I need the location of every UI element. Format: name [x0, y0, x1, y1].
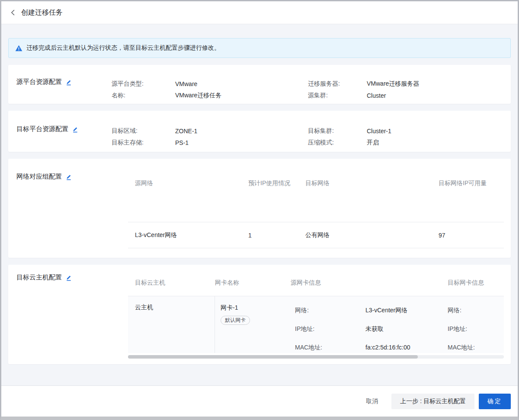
field: 压缩模式: 开启 [308, 137, 504, 148]
source-nic-info-cell: 网络: L3-vCenter网络 IP地址: 未获取 MAC地址: fa:c2:… [295, 296, 448, 353]
field: 目标主存储: PS-1 [112, 137, 308, 148]
chevron-left-icon [11, 10, 15, 16]
field-value: VMware迁移任务 [175, 92, 221, 99]
field-value: Cluster-1 [367, 128, 391, 135]
field-value: VMware [175, 80, 197, 87]
nic-info-label: IP地址: [295, 324, 365, 333]
section-target-vm: 目标云主机配置 目标云主机 网卡名称 源网卡信息 目标网卡信息 [8, 265, 511, 364]
section-title: 目标云主机配置 [16, 273, 62, 282]
nic-name: 网卡-1 [221, 304, 295, 312]
edit-target-platform-button[interactable] [72, 126, 78, 133]
info-alert: 迁移完成后云主机默认为运行状态，请至目标云主机配置步骤进行修改。 [8, 38, 511, 58]
column-header: 目标网络 [305, 170, 439, 196]
create-migration-task-window: 创建迁移任务 迁移完成后云主机默认为运行状态，请至目标云主机配置步骤进行修改。 … [0, 0, 519, 420]
field: 名称: VMware迁移任务 [112, 90, 308, 101]
field-label: 目标区域: [112, 127, 175, 135]
source-platform-fields: 源平台类型: VMware 名称: VMware迁移任务 迁移服务器: VMwa… [112, 78, 504, 104]
nic-info-value: 未获取 [365, 324, 384, 333]
default-nic-badge: 默认网卡 [221, 316, 250, 325]
table-header-row: 源网络 预计IP使用情况 目标网络 目标网络IP可用量 [128, 159, 504, 222]
alert-text: 迁移完成后云主机默认为运行状态，请至目标云主机配置步骤进行修改。 [26, 44, 220, 52]
edit-pencil-icon [65, 79, 71, 86]
section-source-platform: 源平台资源配置 源平台类型: VMware 名称: VMware迁移任务 [8, 65, 511, 104]
field-value: 开启 [367, 139, 379, 147]
table-row: 云主机 网卡-1 默认网卡 网络: L3-vCenter网络 IP地址: [128, 296, 504, 353]
back-button[interactable] [8, 8, 17, 17]
table-row: L3-vCenter网络 1 公有网络 97 [128, 222, 504, 248]
column-header: 目标网卡信息 [448, 279, 504, 287]
field-label: 迁移服务器: [308, 80, 367, 88]
column-header: 预计IP使用情况 [248, 170, 305, 196]
column-header: 目标云主机 [128, 279, 215, 287]
field: 源平台类型: VMware [112, 78, 308, 90]
nic-info-line: MAC地址: fa:c2:5d:16:fc:00 [295, 343, 448, 352]
nic-info-line: 网络: [448, 306, 504, 314]
target-platform-fields: 目标区域: ZONE-1 目标主存储: PS-1 目标集群: Cluster-1… [112, 125, 504, 152]
field: 源集群: Cluster [308, 90, 504, 101]
field-label: 目标主存储: [112, 139, 175, 147]
edit-pencil-icon [65, 173, 71, 180]
column-header: 源网络 [128, 170, 248, 196]
source-network-cell: L3-vCenter网络 [128, 231, 248, 239]
vm-name-cell: 云主机 [128, 296, 215, 353]
nic-info-label: 网络: [295, 306, 365, 314]
network-mapping-table: 源网络 预计IP使用情况 目标网络 目标网络IP可用量 L3-vCenter网络… [128, 159, 504, 258]
content-area: 迁移完成后云主机默认为运行状态，请至目标云主机配置步骤进行修改。 源平台资源配置… [1, 24, 518, 385]
horizontal-scrollbar-track [128, 355, 504, 359]
field: 目标区域: ZONE-1 [112, 125, 308, 137]
confirm-button[interactable]: 确定 [479, 394, 511, 409]
field: 迁移服务器: VMware迁移服务器 [308, 78, 504, 90]
section-target-platform: 目标平台资源配置 目标区域: ZONE-1 目标主存储: PS-1 [8, 111, 511, 152]
nic-info-line: 网络: L3-vCenter网络 [295, 306, 448, 314]
warning-triangle-icon [15, 45, 22, 51]
column-header: 目标网络IP可用量 [439, 170, 504, 196]
target-nic-info-cell: 网络: IP地址: MAC地址: [448, 296, 504, 353]
estimated-ip-usage-cell: 1 [248, 232, 305, 239]
nic-info-line: IP地址: [448, 324, 504, 333]
nic-info-label: IP地址: [448, 324, 504, 333]
nic-name-cell: 网卡-1 默认网卡 [215, 296, 295, 353]
table-header-row: 目标云主机 网卡名称 源网卡信息 目标网卡信息 [128, 265, 504, 296]
section-title: 目标平台资源配置 [16, 125, 68, 133]
field-value: VMware迁移服务器 [367, 80, 419, 88]
section-title: 源平台资源配置 [16, 78, 62, 86]
nic-info-line: IP地址: 未获取 [295, 324, 448, 333]
field-value: Cluster [367, 92, 386, 99]
edit-network-mapping-button[interactable] [65, 173, 71, 180]
field-label: 源平台类型: [112, 80, 175, 88]
nic-info-line: MAC地址: [448, 343, 504, 352]
field-value: ZONE-1 [175, 128, 197, 135]
field-label: 名称: [112, 92, 175, 99]
nic-info-value: fa:c2:5d:16:fc:00 [365, 343, 410, 352]
nic-info-label: MAC地址: [295, 343, 365, 352]
field-value: PS-1 [175, 139, 189, 146]
horizontal-scrollbar-thumb[interactable] [128, 355, 418, 359]
nic-info-label: MAC地址: [448, 343, 504, 352]
nic-table-scroll-viewport: 云主机 网卡-1 默认网卡 网络: L3-vCenter网络 IP地址: [128, 296, 504, 353]
section-network-mapping: 网络对应组配置 源网络 预计IP使用情况 目标网络 目标网络IP可用量 L3-v… [8, 159, 511, 258]
available-ip-cell: 97 [439, 232, 504, 239]
target-network-cell: 公有网络 [305, 231, 439, 239]
field: 目标集群: Cluster-1 [308, 125, 504, 137]
field-label: 源集群: [308, 92, 367, 99]
nic-info-value: L3-vCenter网络 [365, 306, 407, 314]
section-title: 网络对应组配置 [16, 173, 62, 181]
footer-action-bar: 取消 上一步 : 目标云主机配置 确定 [1, 385, 518, 417]
page-title: 创建迁移任务 [21, 8, 63, 17]
previous-step-button[interactable]: 上一步 : 目标云主机配置 [391, 394, 474, 409]
edit-target-vm-button[interactable] [65, 274, 71, 281]
column-header: 源网卡信息 [291, 279, 448, 287]
nic-info-label: 网络: [448, 306, 504, 314]
target-vm-table: 目标云主机 网卡名称 源网卡信息 目标网卡信息 云主机 网卡-1 默认网卡 [128, 265, 504, 364]
cancel-button[interactable]: 取消 [366, 398, 378, 405]
field-label: 压缩模式: [308, 139, 367, 147]
column-header: 网卡名称 [215, 279, 291, 287]
page-header: 创建迁移任务 [1, 1, 518, 24]
edit-pencil-icon [72, 126, 78, 133]
edit-source-platform-button[interactable] [65, 79, 71, 86]
field-label: 目标集群: [308, 127, 367, 135]
edit-pencil-icon [65, 274, 71, 281]
